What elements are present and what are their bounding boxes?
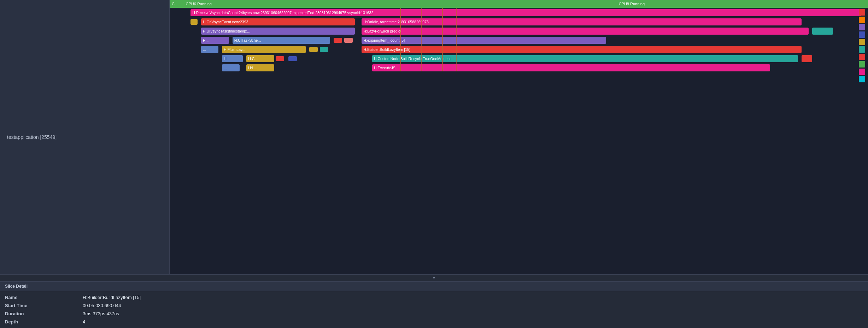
- right-panel[interactable]: C... CPU6 Running CPU8 Running H:Receive…: [170, 0, 868, 274]
- block-uivsynctask-label: H:UIVsyncTask[timestamp:...: [203, 29, 250, 33]
- block-h-blue2-label: H...: [224, 57, 229, 61]
- cpu-c-segment: C...: [170, 0, 184, 8]
- label-depth: Depth: [5, 318, 76, 325]
- block-executejs[interactable]: H:ExecuteJS: [372, 64, 770, 71]
- block-h-c-label: H:C...: [248, 57, 258, 61]
- block-ellipsis-blue2[interactable]: ...: [222, 64, 239, 71]
- trace-row-1: H:ReceiveVsync dataCount:24bytes now:239…: [170, 8, 868, 17]
- value-depth: 4: [83, 318, 863, 325]
- trace-row-7: ... H:L... H:ExecuteJS: [170, 64, 868, 72]
- block-indigo-sm[interactable]: [288, 56, 297, 61]
- block-h-l-label: H:L...: [248, 66, 257, 70]
- block-teal-sm[interactable]: [320, 47, 328, 52]
- block-receive-vsync-label: H:ReceiveVsync dataCount:24bytes now:239…: [192, 11, 373, 15]
- block-ellipsis-blue2-label: ...: [224, 66, 227, 70]
- marker-line-2: [421, 8, 422, 71]
- value-name: H:Builder:BuildLazyItem [15]: [83, 294, 863, 301]
- block-customnode[interactable]: H:CustomNode:BuildRecycle TrueOneMoment: [372, 55, 798, 62]
- block-flushlayout[interactable]: H:FlushLay...: [222, 46, 306, 53]
- sq-cyan: [859, 76, 865, 82]
- block-h-l[interactable]: H:L...: [246, 64, 274, 71]
- sq-green: [859, 61, 865, 68]
- block-red-right[interactable]: [802, 55, 812, 62]
- block-flushlayout-label: H:FlushLay...: [224, 47, 245, 52]
- sq-orange: [859, 17, 865, 23]
- sq-pink: [859, 69, 865, 75]
- marker-line-3: [442, 8, 443, 71]
- left-panel: testapplication [25549]: [0, 0, 170, 274]
- cpu-header-row: C... CPU6 Running CPU8 Running: [170, 0, 868, 8]
- sq-indigo: [859, 31, 865, 38]
- slice-detail-table: Name H:Builder:BuildLazyItem [15] Start …: [0, 291, 868, 328]
- block-expiring-label: H:expiringItem_ count:[5]: [363, 38, 405, 42]
- block-h-blue2[interactable]: H...: [222, 55, 243, 62]
- block-teal-right[interactable]: [812, 28, 833, 35]
- right-squares-container: [859, 9, 865, 82]
- block-customnode-label: H:CustomNode:BuildRecycle TrueOneMoment: [374, 57, 451, 61]
- sq-gold: [859, 39, 865, 45]
- trace-row-5: ... H:FlushLay... H:Builder:BuildLazyIte…: [170, 45, 868, 54]
- block-uitasksche-label: H:UITaskSche...: [234, 38, 261, 42]
- trace-row-2: H:OnVsyncEvent now:2393... H:OnIdle, tar…: [170, 18, 868, 26]
- block-ellipsis-blue-label: ...: [203, 47, 206, 52]
- sq-red: [859, 9, 865, 16]
- block-h-purple-label: H...: [203, 38, 209, 42]
- block-buildlazyitem-label: H:Builder:BuildLazyItem [15]: [363, 47, 410, 52]
- main-container: testapplication [25549] C... CPU6 Runnin…: [0, 0, 868, 328]
- block-expiring[interactable]: H:expiringItem_ count:[5]: [362, 37, 606, 44]
- block-buildlazyitem[interactable]: H:Builder:BuildLazyItem [15]: [362, 46, 802, 53]
- sq-purple: [859, 24, 865, 30]
- cpu-c-label: C...: [172, 2, 178, 6]
- block-salmon-sm[interactable]: [344, 38, 353, 43]
- block-gold-sm[interactable]: [190, 19, 198, 25]
- cpu6-label: CPU6 Running: [186, 2, 212, 6]
- label-name: Name: [5, 294, 76, 301]
- divider-bar[interactable]: ▼: [0, 274, 868, 281]
- block-gold-sm2[interactable]: [309, 47, 318, 52]
- trace-lanes: H:ReceiveVsync dataCount:24bytes now:239…: [170, 8, 868, 72]
- marker-line-4: [456, 8, 457, 71]
- sq-teal: [859, 46, 865, 53]
- trace-row-3: H:UIVsyncTask[timestamp:... H:LazyForEac…: [170, 27, 868, 35]
- block-red-sm2[interactable]: [276, 56, 284, 61]
- block-ellipsis-blue[interactable]: ...: [201, 46, 218, 53]
- slice-detail-header: Slice Detail: [0, 282, 868, 291]
- trace-row-6: H... H:C... H:CustomNode:BuildRecycle Tr…: [170, 54, 868, 63]
- cpu8-segment: CPU8 Running: [617, 0, 868, 8]
- block-receive-vsync[interactable]: H:ReceiveVsync dataCount:24bytes now:239…: [190, 9, 861, 16]
- slice-detail-panel: Slice Detail Name H:Builder:BuildLazyIte…: [0, 281, 868, 328]
- block-h-c[interactable]: H:C...: [246, 55, 274, 62]
- value-duration: 3ms 373μs 437ns: [83, 310, 863, 317]
- label-duration: Duration: [5, 310, 76, 317]
- block-onidle[interactable]: H:OnIdle, targettime:239310588269973: [362, 18, 802, 25]
- label-start-time: Start Time: [5, 302, 76, 309]
- block-onvsync-label: H:OnVsyncEvent now:2393...: [203, 20, 251, 24]
- cpu8-label: CPU8 Running: [619, 2, 645, 6]
- sq-red2: [859, 54, 865, 60]
- block-onvsync[interactable]: H:OnVsyncEvent now:2393...: [201, 18, 355, 25]
- trace-area: testapplication [25549] C... CPU6 Runnin…: [0, 0, 868, 274]
- marker-line-1: [400, 8, 401, 71]
- block-h-purple[interactable]: H...: [201, 37, 229, 44]
- block-onidle-label: H:OnIdle, targettime:239310588269973: [363, 20, 428, 24]
- block-lazyforeach-label: H:LazyForEach predict: [363, 29, 401, 33]
- block-lazyforeach[interactable]: H:LazyForEach predict: [362, 28, 809, 35]
- divider-arrow: ▼: [432, 276, 436, 280]
- cpu6-segment: CPU6 Running: [184, 0, 617, 8]
- value-start-time: 00:05.030.690.044: [83, 302, 863, 309]
- trace-row-4: H... H:UITaskSche... H:expiringItem_ cou…: [170, 36, 868, 45]
- block-executejs-label: H:ExecuteJS: [374, 66, 395, 70]
- app-label: testapplication [25549]: [7, 134, 57, 140]
- block-uivsynctask[interactable]: H:UIVsyncTask[timestamp:...: [201, 28, 355, 35]
- block-red-sm1[interactable]: [334, 38, 342, 43]
- block-uitasksche[interactable]: H:UITaskSche...: [233, 37, 330, 44]
